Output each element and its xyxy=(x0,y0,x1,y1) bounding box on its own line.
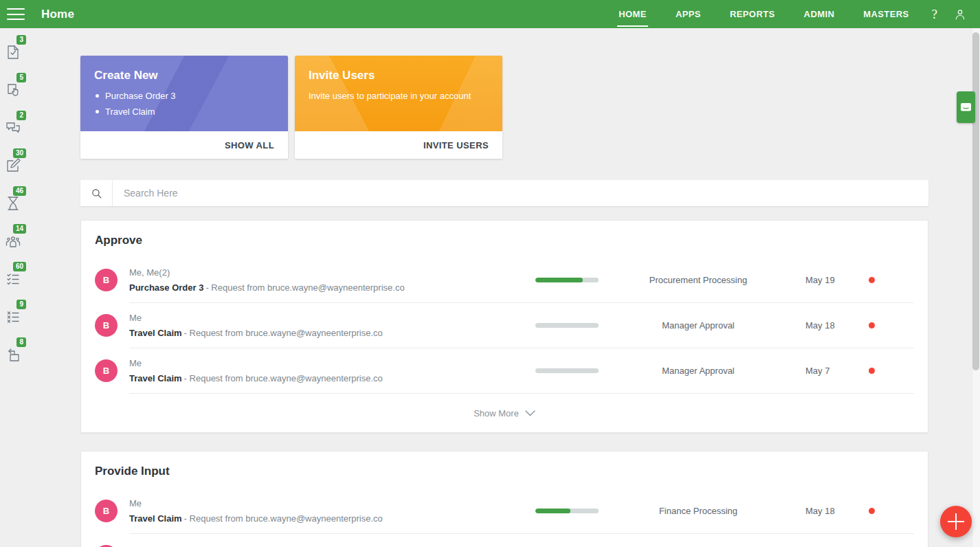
nav-item-apps[interactable]: APPS xyxy=(674,1,702,27)
search-input[interactable] xyxy=(113,180,928,206)
sidebar-item-approvals[interactable]: 5 xyxy=(0,71,28,109)
nav-item-admin[interactable]: ADMIN xyxy=(803,1,836,27)
unread-dot xyxy=(869,368,875,374)
nav-item-home[interactable]: HOME xyxy=(617,1,648,27)
task-row[interactable]: B Me, Me(2) Purchase Order 3- Request fr… xyxy=(81,258,928,302)
sidebar-item-messages[interactable]: 2 xyxy=(0,109,28,147)
task-row[interactable]: B Me Travel Claim- Request from bruce.wa… xyxy=(81,489,928,533)
avatar: B xyxy=(95,314,118,337)
task-title: Travel Claim xyxy=(129,328,182,338)
document-check-icon xyxy=(5,44,21,60)
sidebar-item-my-items[interactable]: 3 xyxy=(0,34,28,71)
badge-count: 9 xyxy=(16,300,26,309)
stage-label: Procurement Processing xyxy=(599,275,798,285)
sidebar-item-drafts[interactable]: 30 xyxy=(0,147,28,185)
task-row[interactable]: Me, Me(2) xyxy=(81,534,928,547)
sidebar-item-withdrawn[interactable]: 8 xyxy=(0,336,28,374)
task-title: Travel Claim xyxy=(129,373,182,383)
progress-bar xyxy=(535,509,599,513)
avatar: B xyxy=(95,359,118,382)
badge-count: 2 xyxy=(16,111,26,120)
help-icon[interactable]: ? xyxy=(932,7,937,22)
main-content: Create New Purchase Order 3 Travel Claim… xyxy=(80,28,928,547)
badge-count: 30 xyxy=(13,148,26,158)
search-bar xyxy=(80,180,928,206)
invite-users-card: Invite Users Invite users to participate… xyxy=(295,56,502,159)
stage-label: Manager Approval xyxy=(599,366,798,376)
sidebar-item-pending[interactable]: 46 xyxy=(0,185,28,223)
chat-bubbles-icon xyxy=(5,120,21,136)
date-label: May 19 xyxy=(798,275,867,285)
promo-cards-row: Create New Purchase Order 3 Travel Claim… xyxy=(80,56,502,159)
search-icon-button[interactable] xyxy=(80,180,113,206)
unread-dot xyxy=(869,277,875,283)
edit-draft-icon xyxy=(5,157,21,174)
badge-count: 60 xyxy=(13,262,26,271)
create-new-item-travel-claim[interactable]: Travel Claim xyxy=(94,107,274,117)
unread-dot xyxy=(869,322,875,328)
sidebar-item-rejected[interactable]: 9 xyxy=(0,298,28,336)
progress-bar xyxy=(535,323,599,328)
date-label: May 18 xyxy=(798,320,867,331)
left-sidebar: 3 5 2 30 46 14 60 xyxy=(0,28,28,547)
show-all-button[interactable]: SHOW ALL xyxy=(80,131,288,159)
withdraw-box-icon xyxy=(5,346,21,363)
approve-heading: Approve xyxy=(95,234,914,247)
hamburger-menu-icon[interactable] xyxy=(7,8,25,20)
hourglass-pending-icon xyxy=(5,195,21,212)
task-title: Travel Claim xyxy=(129,513,182,524)
user-account-icon[interactable] xyxy=(954,8,966,21)
create-new-title: Create New xyxy=(94,69,274,82)
sidebar-item-completed[interactable]: 60 xyxy=(0,260,28,298)
create-new-card-body: Create New Purchase Order 3 Travel Claim xyxy=(80,56,288,131)
scrollbar-thumb[interactable] xyxy=(972,32,979,370)
provide-input-heading: Provide Input xyxy=(95,465,914,478)
create-new-fab[interactable] xyxy=(940,506,972,537)
chevron-down-icon xyxy=(525,410,535,416)
top-navbar: Home HOME APPS REPORTS ADMIN MASTERS ? xyxy=(0,0,980,28)
tap-select-icon xyxy=(5,82,21,98)
avatar: B xyxy=(95,269,118,291)
chat-bubble-icon xyxy=(960,102,972,113)
rejected-list-icon xyxy=(5,309,21,325)
assignee-label: Me xyxy=(129,313,535,323)
avatar: B xyxy=(95,500,118,522)
task-row[interactable]: B Me Travel Claim- Request from bruce.wa… xyxy=(81,348,928,393)
show-more-button[interactable]: Show More xyxy=(81,394,928,433)
progress-bar xyxy=(535,278,599,282)
date-label: May 18 xyxy=(798,506,867,516)
people-group-icon xyxy=(5,233,21,249)
badge-count: 14 xyxy=(13,224,26,234)
assignee-label: Me, Me(2) xyxy=(129,267,535,278)
sidebar-item-participated[interactable]: 14 xyxy=(0,223,28,260)
chat-widget-tab[interactable] xyxy=(957,91,975,123)
assignee-label: Me xyxy=(129,358,535,368)
invite-users-button[interactable]: INVITE USERS xyxy=(295,131,502,159)
badge-count: 5 xyxy=(16,73,26,82)
badge-count: 3 xyxy=(16,35,26,45)
progress-bar xyxy=(535,368,599,373)
request-label: - Request from bruce.wayne@wayneenterpri… xyxy=(184,373,383,383)
request-label: - Request from bruce.wayne@wayneenterpri… xyxy=(184,513,383,524)
task-row[interactable]: B Me Travel Claim- Request from bruce.wa… xyxy=(81,303,928,348)
checklist-done-icon xyxy=(5,271,21,287)
invite-users-title: Invite Users xyxy=(309,69,489,82)
nav-item-masters[interactable]: MASTERS xyxy=(862,1,910,27)
page-title: Home xyxy=(41,8,74,21)
plus-icon xyxy=(948,513,964,530)
stage-label: Finance Processing xyxy=(599,506,798,516)
provide-input-panel: Provide Input B Me Travel Claim- Request… xyxy=(80,451,928,547)
invite-users-card-body: Invite Users Invite users to participate… xyxy=(295,56,502,131)
approve-panel: Approve B Me, Me(2) Purchase Order 3- Re… xyxy=(80,220,928,433)
nav-item-reports[interactable]: REPORTS xyxy=(728,1,777,27)
create-new-item-purchase-order[interactable]: Purchase Order 3 xyxy=(94,91,274,101)
date-label: May 7 xyxy=(798,366,867,376)
create-new-list: Purchase Order 3 Travel Claim xyxy=(94,91,274,117)
main-nav: HOME APPS REPORTS ADMIN MASTERS ? xyxy=(604,1,975,27)
request-label: - Request from bruce.wayne@wayneenterpri… xyxy=(184,328,383,338)
task-title: Purchase Order 3 xyxy=(129,282,203,293)
create-new-card: Create New Purchase Order 3 Travel Claim… xyxy=(80,56,288,159)
stage-label: Manager Approval xyxy=(599,320,798,331)
badge-count: 46 xyxy=(13,186,26,196)
assignee-label: Me xyxy=(129,498,535,509)
